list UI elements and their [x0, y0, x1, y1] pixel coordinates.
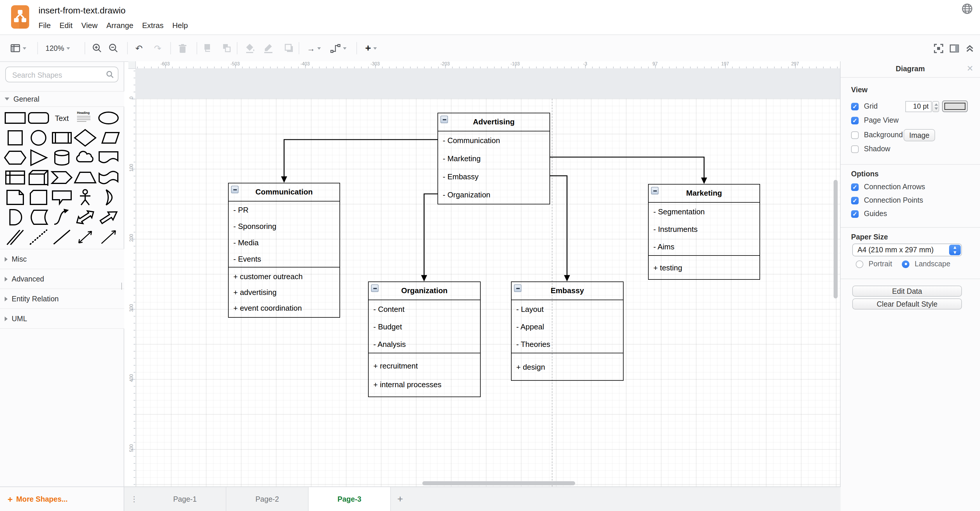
class-field[interactable]: - Theories — [512, 335, 623, 353]
shape-document[interactable] — [97, 148, 120, 168]
background-checkbox[interactable] — [851, 131, 859, 139]
class-field[interactable]: - Analysis — [369, 335, 480, 353]
page-tab-page-3[interactable]: Page-3 — [309, 487, 391, 511]
shape-tape[interactable] — [97, 168, 120, 187]
grid-checkbox[interactable]: ✓ — [851, 102, 859, 110]
line-color-button[interactable] — [264, 35, 274, 61]
grid-size-input[interactable]: 10 pt — [905, 101, 932, 112]
class-method[interactable]: + design — [512, 358, 623, 376]
connection-style-button[interactable]: → — [307, 35, 321, 61]
shape-dotted-line[interactable] — [27, 227, 50, 247]
horizontal-scrollbar[interactable] — [422, 481, 575, 485]
shape-and[interactable] — [3, 207, 27, 227]
class-field[interactable]: - PR — [229, 201, 339, 218]
shape-circle[interactable] — [27, 128, 50, 148]
menu-edit[interactable]: Edit — [59, 21, 73, 30]
menu-file[interactable]: File — [38, 21, 51, 30]
shape-directional-connector[interactable] — [97, 227, 120, 247]
class-field[interactable]: - Aims — [649, 238, 759, 255]
image-button[interactable]: Image — [904, 129, 935, 141]
portrait-option[interactable]: Portrait — [856, 260, 892, 268]
collapse-toolbar-icon[interactable] — [966, 44, 974, 52]
shape-hexagon[interactable] — [3, 148, 27, 168]
shape-internal-storage[interactable] — [3, 168, 27, 187]
shadow-button[interactable] — [284, 35, 294, 61]
zoom-level-dropdown[interactable]: 120% — [46, 35, 70, 61]
shape-note[interactable] — [3, 187, 27, 207]
uml-class-marketing[interactable]: Marketing- Segmentation- Instruments- Ai… — [648, 184, 760, 280]
shape-card[interactable] — [27, 187, 50, 207]
class-title[interactable]: Marketing — [649, 185, 759, 203]
page-tab-page-1[interactable]: Page-1 — [144, 487, 226, 511]
shape-line[interactable] — [50, 227, 73, 247]
shape-rounded-rectangle[interactable] — [27, 108, 50, 128]
shape-or[interactable] — [97, 187, 120, 207]
collapse-icon[interactable] — [371, 284, 379, 292]
class-field[interactable]: - Instruments — [649, 220, 759, 238]
class-field[interactable]: - Organization — [438, 186, 549, 204]
shadow-checkbox[interactable] — [851, 145, 859, 153]
class-field[interactable]: - Embassy — [438, 168, 549, 186]
undo-button[interactable]: ↶ — [135, 35, 143, 61]
shape-data-storage[interactable] — [27, 207, 50, 227]
paper-size-select[interactable]: A4 (210 mm x 297 mm) ▲▼ — [852, 244, 962, 256]
panel-tab-diagram[interactable]: Diagram — [841, 61, 980, 78]
class-field[interactable]: - Content — [369, 300, 480, 318]
sidebar-section-uml[interactable]: UML — [0, 309, 124, 329]
class-method[interactable]: + recruitment — [369, 356, 480, 375]
class-method[interactable]: + customer outreach — [229, 269, 339, 284]
shape-search[interactable] — [5, 67, 118, 82]
shape-curve[interactable] — [50, 207, 73, 227]
landscape-radio[interactable] — [902, 260, 909, 268]
pages-menu-icon[interactable]: ⋮ — [124, 487, 144, 511]
menu-arrange[interactable]: Arrange — [107, 21, 134, 30]
class-title[interactable]: Advertising — [438, 113, 549, 131]
sidebar-section-advanced[interactable]: Advanced — [0, 269, 124, 289]
search-input[interactable] — [11, 68, 107, 82]
shape-arrow[interactable] — [97, 207, 120, 227]
collapse-icon[interactable] — [651, 187, 659, 195]
sidebar-section-general[interactable]: General — [0, 91, 124, 107]
shape-ellipse[interactable] — [97, 108, 120, 128]
class-field[interactable]: - Segmentation — [649, 203, 759, 220]
to-front-button[interactable] — [203, 35, 213, 61]
portrait-radio[interactable] — [856, 260, 863, 268]
menu-view[interactable]: View — [81, 21, 98, 30]
format-panel-toggle-icon[interactable] — [950, 44, 959, 52]
shape-link[interactable] — [3, 227, 27, 247]
page-tab-page-2[interactable]: Page-2 — [226, 487, 309, 511]
connection-arrows-checkbox[interactable]: ✓ — [851, 183, 859, 191]
shape-cloud[interactable] — [73, 148, 97, 168]
shape-parallelogram[interactable] — [97, 128, 120, 148]
landscape-option[interactable]: Landscape — [902, 260, 950, 268]
class-title[interactable]: Organization — [369, 282, 480, 300]
edit-data-button[interactable]: Edit Data — [852, 286, 962, 297]
clear-default-style-button[interactable]: Clear Default Style — [852, 299, 962, 310]
class-title[interactable]: Communication — [229, 184, 339, 201]
grid-size-stepper[interactable] — [932, 101, 939, 112]
sidebar-section-entity-relation[interactable]: Entity Relation — [0, 289, 124, 309]
class-field[interactable]: - Communication — [438, 131, 549, 150]
shape-callout[interactable] — [50, 187, 73, 207]
shape-actor[interactable] — [73, 187, 97, 207]
menu-extras[interactable]: Extras — [142, 21, 164, 30]
shape-cube[interactable] — [27, 168, 50, 187]
to-back-button[interactable] — [222, 35, 232, 61]
redo-button[interactable]: ↷ — [154, 35, 161, 61]
menu-help[interactable]: Help — [172, 21, 188, 30]
class-field[interactable]: - Budget — [369, 318, 480, 335]
class-title[interactable]: Embassy — [512, 282, 623, 300]
shape-rectangle[interactable] — [3, 108, 27, 128]
class-field[interactable]: - Marketing — [438, 150, 549, 168]
shape-bidirectional-arrow[interactable] — [73, 207, 97, 227]
shape-trapezoid[interactable] — [73, 168, 97, 187]
shape-process[interactable] — [50, 128, 73, 148]
vertical-scrollbar[interactable] — [834, 180, 838, 299]
zoom-in-button[interactable] — [92, 35, 102, 61]
sidebar-section-misc[interactable]: Misc — [0, 249, 124, 269]
shape-diamond[interactable] — [73, 128, 97, 148]
language-globe-icon[interactable] — [961, 3, 973, 14]
shape-step[interactable] — [50, 168, 73, 187]
shape-textbox[interactable]: Heading — [73, 108, 97, 128]
shape-triangle[interactable] — [27, 148, 50, 168]
